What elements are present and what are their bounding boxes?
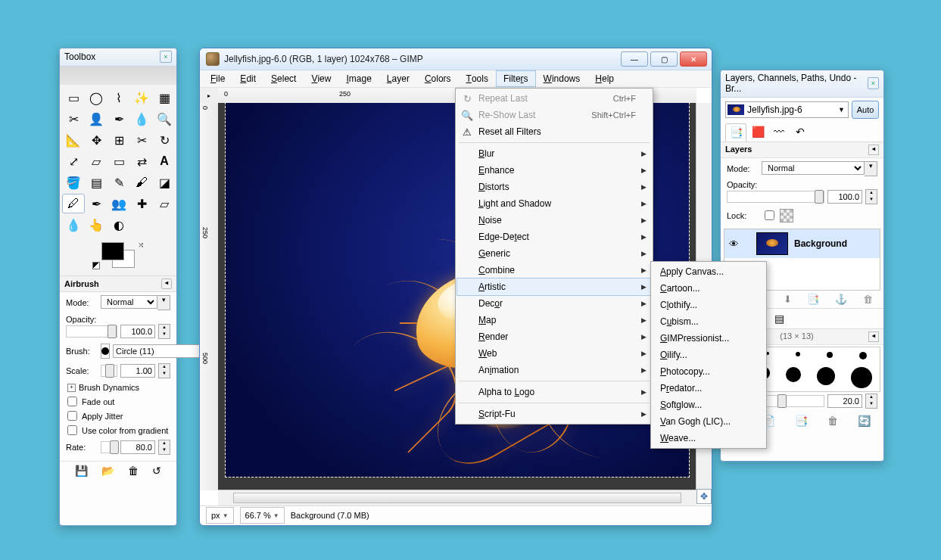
delete-options-icon[interactable]: 🗑 <box>128 465 139 477</box>
tool-ink[interactable]: ✒ <box>85 194 107 213</box>
artistic-item-photocopy-[interactable]: Photocopy... <box>653 363 765 380</box>
mode-select[interactable]: Normal <box>101 295 157 309</box>
tool-blend[interactable]: ▤ <box>85 173 107 192</box>
image-selector[interactable]: Jellyfish.jpg-6 ▼ <box>725 101 849 118</box>
toolbox-close-icon[interactable]: × <box>160 51 172 63</box>
tool-rotate[interactable]: ↻ <box>153 130 176 150</box>
tool-align[interactable]: ⊞ <box>107 130 130 150</box>
filters-item-render[interactable]: Render▶ <box>457 328 651 345</box>
tool-clone[interactable]: 👥 <box>107 194 130 213</box>
units-selector[interactable]: px▼ <box>206 507 234 524</box>
duplicate-layer-icon[interactable]: 📑 <box>807 294 819 305</box>
rate-slider[interactable] <box>101 441 117 453</box>
tool-eraser[interactable]: ◪ <box>153 173 176 192</box>
filters-item-blur[interactable]: Blur▶ <box>457 145 651 162</box>
filters-item-generic[interactable]: Generic▶ <box>457 245 651 262</box>
tool-paths[interactable]: ✒ <box>107 109 130 129</box>
tool-color-picker[interactable]: 💧 <box>130 109 153 129</box>
layers-menu-icon[interactable]: ◂ <box>868 145 879 155</box>
layer-opacity-slider[interactable] <box>727 191 824 203</box>
menu-tools[interactable]: Tools <box>459 70 496 87</box>
delete-brush-icon[interactable]: 🗑 <box>827 415 838 427</box>
layer-mode-select[interactable]: Normal <box>762 161 865 175</box>
swap-colors-icon[interactable]: ⤭ <box>138 241 144 249</box>
spacing-spinner[interactable]: ▲▼ <box>865 394 877 409</box>
artistic-item-cartoon-[interactable]: Cartoon... <box>653 280 765 297</box>
tool-move[interactable]: ✥ <box>85 130 107 150</box>
tool-bucket-fill[interactable]: 🪣 <box>62 173 85 192</box>
layers-titlebar[interactable]: Layers, Channels, Paths, Undo - Br... × <box>721 70 883 98</box>
filters-item-web[interactable]: Web▶ <box>457 345 651 362</box>
artistic-item-softglow-[interactable]: Softglow... <box>653 397 765 413</box>
save-options-icon[interactable]: 💾 <box>75 465 88 477</box>
reset-options-icon[interactable]: ↺ <box>152 465 161 477</box>
filters-item-combine[interactable]: Combine▶ <box>457 262 651 278</box>
spacing-value[interactable] <box>827 394 862 408</box>
tool-airbrush[interactable]: 🖊 <box>62 194 85 213</box>
delete-layer-icon[interactable]: 🗑 <box>863 294 873 305</box>
menu-filters[interactable]: Filters <box>496 70 536 87</box>
menu-select[interactable]: Select <box>263 70 304 87</box>
lock-alpha-icon[interactable] <box>780 209 793 222</box>
tool-flip[interactable]: ⇄ <box>130 151 153 171</box>
artistic-item-predator-[interactable]: Predator... <box>653 380 765 397</box>
layers-close-icon[interactable]: × <box>868 77 879 89</box>
opacity-slider[interactable] <box>66 325 117 338</box>
artistic-item-weave-[interactable]: Weave... <box>653 430 765 446</box>
mode-list-button[interactable]: ▾ <box>157 295 170 310</box>
rate-spinner[interactable]: ▲▼ <box>158 440 170 455</box>
tool-ellipse-select[interactable]: ◯ <box>85 88 107 107</box>
zoom-selector[interactable]: 66.7 %▼ <box>240 507 285 524</box>
visibility-eye-icon[interactable]: 👁 <box>724 238 743 250</box>
gradient-checkbox[interactable]: Use color from gradient <box>66 425 170 435</box>
tool-zoom[interactable]: 🔍 <box>153 109 176 129</box>
tool-rect-select[interactable]: ▭ <box>62 88 85 107</box>
duplicate-brush-icon[interactable]: 📑 <box>795 415 808 427</box>
tool-text[interactable]: A <box>153 151 176 171</box>
tool-smudge[interactable]: 👆 <box>85 215 107 235</box>
artistic-item-oilify-[interactable]: Oilify... <box>653 347 765 363</box>
tool-free-select[interactable]: ⌇ <box>107 88 130 107</box>
auto-button[interactable]: Auto <box>852 101 879 119</box>
lock-pixels-checkbox[interactable] <box>765 210 774 220</box>
filters-item-map[interactable]: Map▶ <box>457 312 651 328</box>
tab-layers[interactable]: 📑 <box>725 123 746 142</box>
layer-opacity-spinner[interactable]: ▲▼ <box>865 189 877 204</box>
menu-colors[interactable]: Colors <box>417 70 459 87</box>
tool-dodge[interactable]: ◐ <box>107 215 130 235</box>
filters-item-enhance[interactable]: Enhance▶ <box>457 162 651 179</box>
jitter-checkbox[interactable]: Apply Jitter <box>66 411 170 421</box>
reset-colors-icon[interactable] <box>92 262 100 269</box>
scale-spinner[interactable]: ▲▼ <box>158 363 170 378</box>
opacity-value[interactable] <box>120 325 155 338</box>
tool-pencil[interactable]: ✎ <box>107 173 130 192</box>
fadeout-checkbox[interactable]: Fade out <box>66 397 170 406</box>
artistic-item-apply-canvas-[interactable]: Apply Canvas... <box>653 263 765 280</box>
tool-blur[interactable]: 💧 <box>62 215 85 235</box>
tool-by-color-select[interactable]: ▦ <box>153 88 176 107</box>
tool-perspective-clone[interactable]: ▱ <box>153 194 176 213</box>
filters-item-artistic[interactable]: Artistic▶ <box>457 278 651 295</box>
toolbox-titlebar[interactable]: Toolbox × <box>60 48 176 67</box>
tool-options-menu-icon[interactable]: ◂ <box>161 278 172 289</box>
scale-value[interactable] <box>120 364 155 378</box>
nav-preview-icon[interactable]: ✥ <box>696 489 712 504</box>
menu-help[interactable]: Help <box>587 70 622 87</box>
filters-item-decor[interactable]: Decor▶ <box>457 295 651 312</box>
menu-file[interactable]: File <box>203 70 232 87</box>
artistic-item-gimpressionist-[interactable]: GIMPressionist... <box>653 330 765 347</box>
menu-layer[interactable]: Layer <box>379 70 417 87</box>
layer-row-background[interactable]: 👁 Background <box>724 229 880 258</box>
scale-slider[interactable] <box>101 365 117 377</box>
brush-preview[interactable] <box>101 344 110 359</box>
tab-undo[interactable]: ↶ <box>790 123 810 140</box>
opacity-spinner[interactable]: ▲▼ <box>158 324 170 339</box>
rate-value[interactable] <box>120 440 155 454</box>
menu-image[interactable]: Image <box>338 70 379 87</box>
layer-mode-list-button[interactable]: ▾ <box>865 161 877 176</box>
window-titlebar[interactable]: Jellyfish.jpg-6.0 (RGB, 1 layer) 1024x76… <box>200 48 712 70</box>
filters-item-script-fu[interactable]: Script-Fu▶ <box>457 406 651 422</box>
menu-view[interactable]: View <box>304 70 338 87</box>
tab-paths[interactable]: 〰 <box>769 123 789 140</box>
tab-channels[interactable]: 🟥 <box>748 123 768 140</box>
